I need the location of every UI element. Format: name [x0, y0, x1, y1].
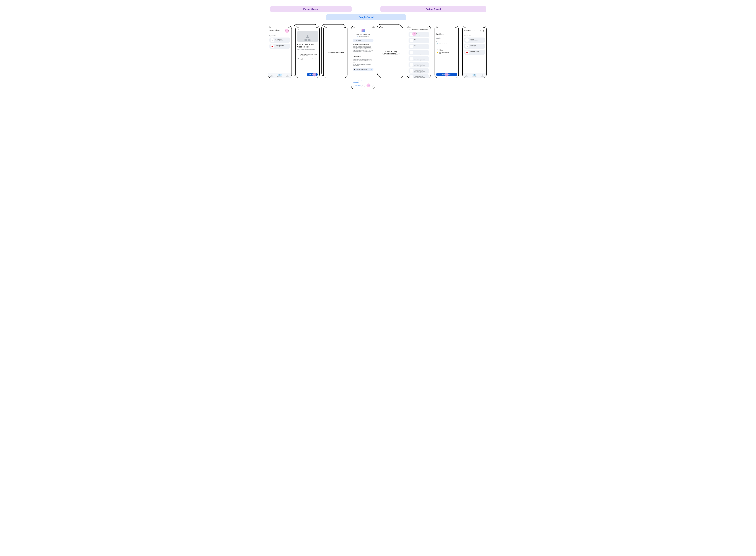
nav-devices[interactable]: △Devices — [268, 73, 276, 78]
row-icon: 🚗 — [465, 50, 469, 54]
status-icons: ▲ ▮ — [344, 27, 346, 28]
row-title: TV time lights — [470, 45, 477, 46]
account-avatar-button[interactable]: ◐ — [288, 30, 290, 32]
phone-connect-acme: 9:30 ▲ ▮ ✕ Connect Acme and Google Home — [295, 26, 320, 78]
app-icon: ⌂ — [362, 29, 365, 32]
save-automation-button[interactable]: Save automation — [436, 73, 457, 76]
devices-icon: ▣ — [354, 69, 355, 70]
row-icon: ▭ — [271, 38, 274, 42]
home-indicator — [387, 77, 395, 77]
bullet-icon: ✦ — [297, 54, 299, 57]
nav-settings[interactable]: △Settings — [284, 73, 291, 78]
home-selector[interactable]: ⌂ SF Home — [353, 39, 373, 42]
automation-row-featured[interactable]: ☾ BedtimeAt 9pm, the TV powers down, bed… — [408, 32, 429, 37]
home-indicator — [332, 77, 339, 77]
automation-subtitle: At 9pm, the TV powers down, and bedroom … — [436, 36, 457, 39]
terms-link[interactable]: Terms of Service — [366, 79, 373, 80]
row-thumbnail — [410, 75, 413, 78]
automation-row[interactable]: 🚗Commuting to work1 starter • 3 actions — [464, 49, 485, 55]
automation-row[interactable]: Automation nameLorem ipsum dolor sit ame… — [408, 62, 429, 67]
automation-row[interactable]: 🚗Commuting to work1 starter • 3 actions — [269, 43, 290, 49]
trust-body: When you grant Smart App access to your … — [353, 46, 373, 54]
action-icon: ▭ — [436, 49, 438, 51]
status-time: 9:30 — [464, 27, 466, 28]
ownership-banners: Partner Owned Partner Owned Google Owned — [267, 6, 489, 23]
no-thanks-button[interactable]: No thanks — [353, 84, 363, 87]
moon-icon: ☾ — [410, 33, 413, 36]
connect-title: Connect Acme and Google Home — [297, 43, 318, 48]
starter-row[interactable]: 🕘 When the time is9:00 PM — [436, 43, 457, 45]
actions-heading: Actions — [436, 46, 457, 48]
learn-more-link[interactable]: Learn more — [353, 52, 358, 54]
nav-settings[interactable]: △Settings — [478, 73, 486, 78]
row-title: Commuting to work — [275, 45, 284, 46]
automation-title: Bedtime — [436, 33, 457, 35]
nav-devices[interactable]: △Devices — [463, 73, 471, 78]
bottom-nav: △Devices ◉Automations △Settings — [268, 73, 291, 78]
page-title: Automations — [464, 29, 475, 31]
action-row[interactable]: 💡Kids bedroom lightsDim — [436, 52, 457, 54]
automation-row[interactable]: ▭TV time lights1 starter • 2 actions — [464, 43, 485, 49]
phone-cloud-to-cloud: 9:30 ▲ ▮ Cloud to Cloud Flow — [323, 26, 348, 78]
automation-row[interactable]: ☾Bedtime1 starter • 2 actions — [464, 37, 485, 43]
hero-illustration-row2 — [297, 38, 318, 42]
phone-bedtime-detail: 9:30 ▲ ▮ ← Bedtime At 9pm, the TV powers… — [435, 26, 459, 78]
close-button[interactable]: ✕ — [297, 29, 299, 31]
banner-partner-owned-right: Partner Owned — [381, 6, 486, 12]
starters-heading: Starters — [436, 41, 457, 43]
automation-row[interactable]: Automation nameLorem ipsum dolor sit ame… — [408, 38, 429, 43]
nav-automations[interactable]: ◉Automations — [471, 73, 478, 78]
automation-row[interactable]: ▭TV time lights1 starter • 2 actions — [269, 37, 290, 43]
gear-icon[interactable]: ⚙ — [371, 69, 372, 70]
row-thumbnail — [410, 69, 413, 73]
status-bar: 9:30 ▲ ▮ — [435, 26, 459, 28]
banner-google-owned: Google Owned — [326, 14, 406, 20]
status-time: 9:30 — [297, 27, 299, 28]
row-thumbnail — [410, 45, 413, 48]
automation-row[interactable]: Automation nameLorem ipsum dolor sit ame… — [408, 74, 429, 78]
status-bar: 9:30 ▲ ▮ — [463, 26, 486, 28]
back-button[interactable]: ← — [436, 29, 439, 31]
status-icons: ▲ ▮ — [427, 27, 429, 28]
account-email: 👤 alex.miller@gmail.com — [353, 36, 373, 37]
consent-footer-text: See Smart App Privacy Policy and Terms o… — [353, 79, 373, 83]
automation-row[interactable]: Automation nameLorem ipsum dolor sit ame… — [408, 44, 429, 49]
linked-body: Acme will automatically have access to a… — [353, 58, 373, 63]
linked-devices-chip[interactable]: ▣4 device types linked ⚙ — [353, 68, 373, 71]
action-row[interactable]: ▭TVTurn off — [436, 49, 457, 51]
row-subtitle: 1 starter • 2 actions — [275, 40, 283, 41]
privacy-policy-link[interactable]: Privacy Policy — [359, 79, 365, 80]
status-time: 9:30 — [269, 27, 272, 28]
row-thumbnail — [410, 51, 413, 55]
placeholder-title: Cloud to Cloud Flow — [325, 29, 346, 76]
status-time: 9:30 — [325, 27, 327, 28]
status-icons: ▲ ▮ — [483, 27, 485, 28]
automation-row[interactable]: Automation nameLorem ipsum dolor sit ame… — [408, 56, 429, 61]
nav-automations[interactable]: ◉Automations — [276, 73, 284, 78]
status-icons: ▲ ▮ — [455, 27, 457, 28]
get-started-button[interactable]: Get started — [307, 73, 318, 76]
linked-heading: Linked devices — [353, 56, 373, 57]
allow-button[interactable]: Allow — [364, 84, 373, 87]
clock-icon: 🕘 — [436, 43, 438, 45]
home-indicator — [304, 77, 311, 77]
row-icon: ☾ — [465, 38, 469, 42]
row-thumbnail — [410, 63, 413, 67]
google-account-link[interactable]: Google Account — [353, 82, 359, 83]
bottom-nav: △Devices ◉Automations △Settings — [463, 73, 486, 78]
add-automation-button[interactable]: ⊕ — [284, 30, 287, 32]
status-bar: 9:30 ▲ ▮ — [379, 26, 403, 28]
automation-row[interactable]: Automation nameLorem ipsum dolor sit ame… — [408, 68, 429, 73]
status-bar: 9:30 ▲ ▮ — [407, 26, 431, 28]
automation-row[interactable]: Automation nameLorem ipsum dolor sit ame… — [408, 50, 429, 55]
row-title: Bedtime — [470, 39, 477, 40]
row-thumbnail — [410, 57, 413, 61]
status-bar: 9:30 ▲ ▮ — [324, 26, 347, 28]
account-avatar-button[interactable]: ◐ — [482, 30, 485, 32]
add-automation-button[interactable]: ⊕ — [479, 30, 481, 32]
row-thumbnail — [410, 39, 413, 42]
phone-matter-sharing: 9:30 ▲ ▮ Matter Sharing Commissioning AP… — [379, 26, 403, 78]
status-bar: 9:30 ▲ ▮ — [268, 26, 291, 28]
section-header: My automations — [464, 35, 485, 37]
status-time: 9:30 — [353, 27, 355, 28]
